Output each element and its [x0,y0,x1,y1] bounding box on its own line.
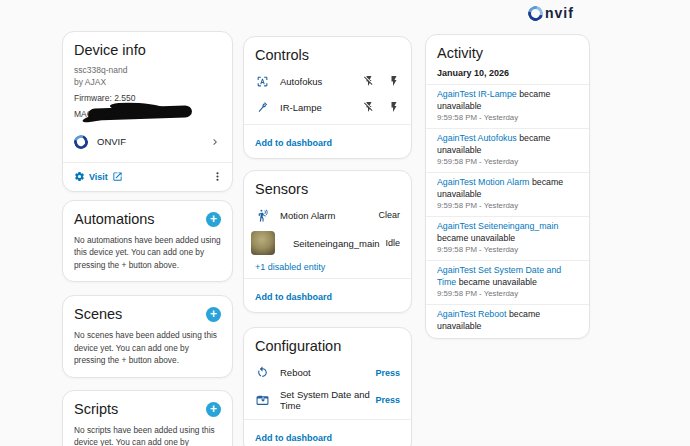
log-timestamp: 9:59:58 PM - Yesterday [437,113,578,123]
entity-state: Idle [385,238,400,248]
entity-label: IR-Lampe [280,102,363,113]
restart-icon [255,366,270,379]
device-model: ssc338q-nand [74,65,221,77]
entity-label: Autofokus [280,76,363,87]
onvif-integration-icon [72,132,91,151]
scripts-title: Scripts [74,401,118,418]
add-scene-button[interactable]: + [206,307,221,322]
disabled-entities-link[interactable]: +1 disabled entity [244,258,411,278]
turn-on-icon[interactable] [388,75,400,87]
onvif-logo-icon [525,3,545,23]
device-firmware: Firmware: 2.550 [74,93,221,105]
log-entry[interactable]: AgainTest IR-Lampe became unavailable 9:… [426,84,589,128]
visit-label: Visit [89,172,108,182]
device-info-title: Device info [74,42,221,59]
entity-row-motion-alarm[interactable]: Motion Alarm Clear [244,202,411,228]
press-button[interactable]: Press [375,395,400,405]
add-to-dashboard-link[interactable]: Add to dashboard [255,433,332,443]
automations-card: Automations + No automations have been a… [62,200,233,283]
entity-row-autofokus[interactable]: Autofokus [244,68,411,94]
entity-label: Set System Date and Time [280,389,375,411]
add-to-dashboard-link[interactable]: Add to dashboard [255,292,332,302]
entity-label: Motion Alarm [280,210,378,221]
configuration-card: Configuration Reboot Press Set System Da… [243,327,412,446]
mac-redaction-scribble [88,105,192,121]
add-to-dashboard-link[interactable]: Add to dashboard [255,138,332,148]
visit-link[interactable]: Visit [74,171,123,182]
log-entry[interactable]: AgainTest Autofokus became unavailable 9… [426,128,589,172]
autofocus-icon [255,75,270,88]
log-entry[interactable]: AgainTest Seiteneingang_main became unav… [426,216,589,260]
sensors-title: Sensors [255,181,400,198]
onvif-logo: nvif [528,5,574,21]
integration-row-onvif[interactable]: ONVIF [74,129,221,155]
log-entry[interactable]: AgainTest Set System Date and Time becam… [426,260,589,304]
entity-label: Seiteneingang_main [293,238,385,249]
camera-thumbnail [255,231,283,255]
log-entry[interactable]: AgainTest Reboot became unavailable [426,304,589,338]
scenes-card: Scenes + No scenes have been added using… [62,295,233,378]
scenes-empty-text: No scenes have been added using this dev… [74,329,221,377]
log-timestamp: 9:59:58 PM - Yesterday [437,157,578,167]
log-timestamp: 9:59:58 PM - Yesterday [437,289,578,299]
device-mac: MAC [74,108,221,124]
overflow-menu-icon[interactable] [211,170,224,183]
integration-name: ONVIF [97,136,209,147]
scenes-title: Scenes [74,306,122,323]
sensors-card: Sensors Motion Alarm Clear Seiteneingang… [243,170,412,313]
automations-empty-text: No automations have been added using thi… [74,234,221,282]
log-message: became unavailable [437,233,515,243]
entity-state: Clear [378,210,400,220]
log-entity-link[interactable]: AgainTest IR-Lampe [437,89,517,99]
add-automation-button[interactable]: + [206,212,221,227]
entity-row-ir-lampe[interactable]: IR-Lampe [244,94,411,120]
entity-row-seiteneingang[interactable]: Seiteneingang_main Idle [244,228,411,258]
activity-title: Activity [437,45,578,62]
device-info-card: Device info ssc338q-nand by AJAX Firmwar… [62,31,233,192]
log-entity-link[interactable]: AgainTest Motion Alarm [437,177,529,187]
entity-label: Reboot [280,367,375,378]
turn-off-icon[interactable] [363,101,375,113]
add-script-button[interactable]: + [206,402,221,417]
log-timestamp: 9:59:58 PM - Yesterday [437,245,578,255]
activity-card: Activity January 10, 2026 AgainTest IR-L… [425,34,590,339]
motion-sensor-icon [255,209,270,222]
turn-off-icon[interactable] [363,75,375,87]
onvif-logo-text: nvif [545,5,574,21]
system-date-icon [255,393,270,406]
scripts-card: Scripts + No scripts have been added usi… [62,390,233,446]
automations-title: Automations [74,211,155,228]
log-timestamp: 9:59:58 PM - Yesterday [437,201,578,211]
log-entity-link[interactable]: AgainTest Seiteneingang_main [437,221,558,231]
device-manufacturer: by AJAX [74,77,221,89]
configuration-title: Configuration [255,338,400,355]
log-entry[interactable]: AgainTest Motion Alarm became unavailabl… [426,172,589,216]
turn-on-icon[interactable] [388,101,400,113]
entity-row-set-system-date[interactable]: Set System Date and Time Press [244,386,411,413]
log-entity-link[interactable]: AgainTest Autofokus [437,133,517,143]
entity-row-reboot[interactable]: Reboot Press [244,359,411,386]
controls-title: Controls [255,47,400,64]
open-in-new-icon [112,171,123,182]
controls-card: Controls Autofokus IR-Lampe [243,36,412,159]
chevron-right-icon [209,136,221,148]
press-button[interactable]: Press [375,368,400,378]
log-message: became unavailable [459,277,537,287]
gear-icon [74,171,85,182]
flashlight-icon [255,101,270,114]
activity-date-header: January 10, 2026 [437,68,578,78]
log-entity-link[interactable]: AgainTest Reboot [437,309,506,319]
scripts-empty-text: No scripts have been added using this de… [74,424,221,446]
